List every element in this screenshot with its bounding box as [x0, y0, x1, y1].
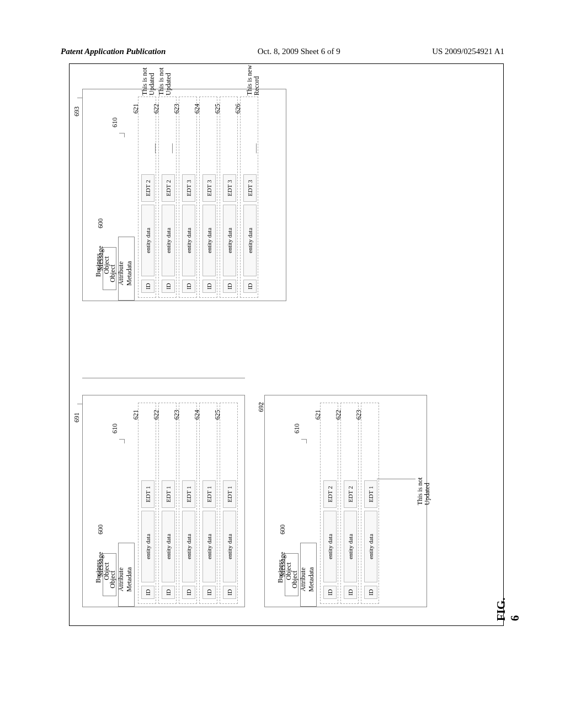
id-691-4: ID — [202, 586, 216, 599]
box-600-692: 600 — [279, 524, 287, 534]
id-692-2: ID — [344, 586, 357, 599]
row-693-3: ID entity data EDT 3 — [179, 97, 197, 298]
row-693-5: ID entity data EDT 3 — [220, 97, 238, 298]
row-692-1: ID entity data EDT 2 — [320, 403, 338, 604]
edt-693-5: EDT 3 — [223, 174, 236, 202]
edt-693-4: EDT 3 — [202, 174, 216, 202]
edt-693-6: EDT 3 — [243, 174, 257, 202]
edt-693-3: EDT 3 — [182, 174, 195, 202]
edt-692-3: EDT 1 — [364, 480, 377, 508]
lead-691 — [77, 404, 83, 408]
edt-693-1: EDT 2 — [141, 174, 154, 202]
num-692-2: 622 — [334, 410, 343, 420]
ed-691-2: entity data — [162, 511, 175, 582]
lead-692 — [259, 404, 265, 408]
oam-header-692: Object Attribute Metadata — [300, 543, 317, 607]
num-693-6: 626 — [234, 104, 242, 114]
row-691-5: ID entity data EDT 1 — [220, 403, 238, 604]
num-693-2: 622 — [152, 104, 161, 114]
row-693-4: ID entity data EDT 3 — [199, 97, 217, 298]
num-691-1: 621 — [132, 410, 140, 420]
num-691-4: 624 — [193, 410, 201, 420]
annot-693-newrecord: This is new Record — [246, 65, 260, 95]
row-693-2: ID entity data EDT 2 — [158, 97, 177, 298]
edt-693-2: EDT 2 — [162, 174, 175, 202]
annot-693-notupdated-2: This is not Updated — [158, 67, 172, 95]
ed-693-4: entity data — [202, 205, 216, 276]
num-691-5: 625 — [214, 410, 222, 420]
edt-692-1: EDT 2 — [323, 480, 337, 508]
ed-693-5: entity data — [223, 205, 236, 276]
ed-693-6: entity data — [243, 205, 257, 276]
row-691-1: ID entity data EDT 1 — [138, 403, 156, 604]
ed-692-3: entity data — [364, 511, 377, 582]
ed-692-2: entity data — [344, 511, 357, 582]
figure-frame: FIG. 6 691 Message Business Object Objec… — [69, 63, 504, 626]
id-692-3: ID — [364, 586, 377, 599]
oam-header-693: Object Attribute Metadata — [118, 237, 135, 301]
id-693-3: ID — [182, 280, 195, 293]
num-692-3: 623 — [355, 410, 363, 420]
row-693-6: ID entity data EDT 3 — [240, 97, 258, 298]
ref-693: 693 — [73, 106, 81, 116]
box-610-691: 610 — [111, 424, 119, 433]
id-693-2: ID — [162, 280, 175, 293]
row-691-4: ID entity data EDT 1 — [199, 403, 217, 604]
figure-caption: FIG. 6 — [494, 597, 522, 621]
row-692-2: ID entity data EDT 2 — [340, 403, 359, 604]
num-693-5: 625 — [214, 104, 222, 114]
ref-691: 691 — [73, 413, 81, 422]
ed-692-1: entity data — [323, 511, 337, 582]
row-691-3: ID entity data EDT 1 — [179, 403, 197, 604]
ed-691-4: entity data — [202, 511, 216, 582]
ed-691-1: entity data — [141, 511, 154, 582]
id-693-6: ID — [243, 280, 257, 293]
ed-691-5: entity data — [223, 511, 236, 582]
row-692-3: ID entity data EDT 1 — [361, 403, 379, 604]
edt-691-1: EDT 1 — [141, 480, 154, 508]
id-691-1: ID — [141, 586, 154, 599]
edt-692-2: EDT 2 — [344, 480, 357, 508]
box-600-691: 600 — [97, 524, 105, 534]
ed-693-3: entity data — [182, 205, 195, 276]
num-692-1: 621 — [314, 410, 322, 420]
annot-692-notupdated: This is not Updated — [417, 477, 431, 505]
ed-693-1: entity data — [141, 205, 154, 276]
edt-691-3: EDT 1 — [182, 480, 195, 508]
num-693-3: 623 — [173, 104, 181, 114]
edt-691-2: EDT 1 — [162, 480, 175, 508]
oam-header-691: Object Attribute Metadata — [118, 543, 135, 607]
id-692-1: ID — [323, 586, 337, 599]
box-610-692: 610 — [293, 424, 301, 433]
edt-691-4: EDT 1 — [202, 480, 216, 508]
id-691-2: ID — [162, 586, 175, 599]
num-693-4: 624 — [193, 104, 201, 114]
header-right: US 2009/0254921 A1 — [432, 47, 504, 56]
num-691-3: 623 — [173, 410, 181, 420]
edt-691-5: EDT 1 — [223, 480, 236, 508]
num-693-1: 621 — [132, 104, 140, 114]
id-691-3: ID — [182, 586, 195, 599]
id-693-5: ID — [223, 280, 236, 293]
box-610-693: 610 — [111, 117, 119, 127]
annot-693-notupdated-1: This is not Updated — [141, 67, 156, 95]
header-left: Patent Application Publication — [61, 47, 166, 56]
id-693-1: ID — [141, 280, 154, 293]
num-691-2: 622 — [152, 410, 161, 420]
id-693-4: ID — [202, 280, 216, 293]
id-691-5: ID — [223, 586, 236, 599]
header-center: Oct. 8, 2009 Sheet 6 of 9 — [258, 47, 340, 56]
box-600-693: 600 — [97, 218, 105, 228]
row-693-1: ID entity data EDT 2 — [138, 97, 156, 298]
row-691-2: ID entity data EDT 1 — [158, 403, 177, 604]
ed-693-2: entity data — [162, 205, 175, 276]
ed-691-3: entity data — [182, 511, 195, 582]
lead-693 — [77, 98, 83, 102]
